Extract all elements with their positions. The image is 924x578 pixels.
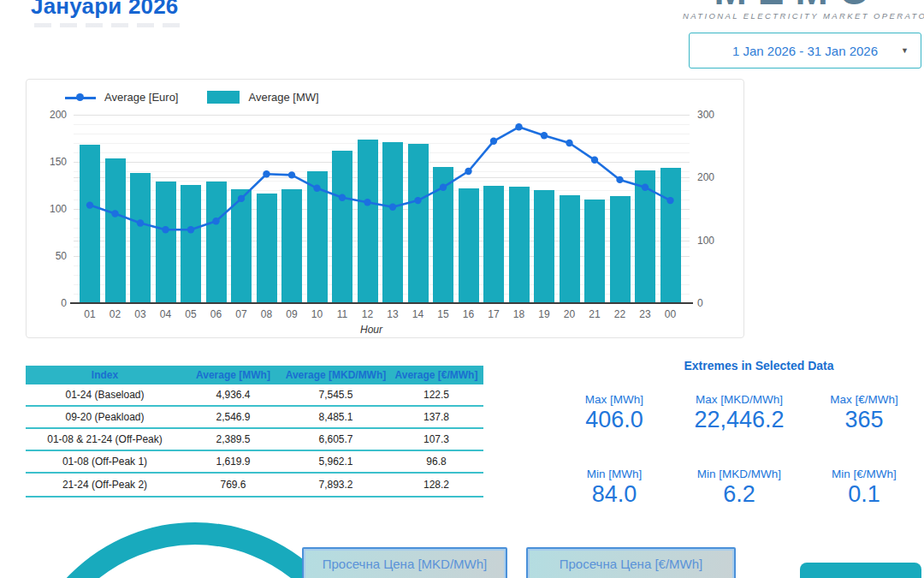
extremes-title: Extremes in Selected Data bbox=[571, 359, 924, 372]
line-point-hour-03 bbox=[137, 219, 144, 226]
table-cell: 2,389.5 bbox=[184, 433, 282, 445]
extreme-stat: Min [MWh]84.0 bbox=[552, 468, 677, 508]
table-row: 01-08 (Off-Peak 1)1,619.95,962.196.8 bbox=[26, 451, 483, 474]
table-header-cell: Average [MKD/MWh] bbox=[282, 369, 389, 381]
extreme-stat: Max [MKD/MWh]22,446.2 bbox=[677, 393, 802, 433]
extreme-value: 365 bbox=[802, 407, 924, 433]
table-cell: 6,605.7 bbox=[282, 433, 389, 445]
table-row: 01-24 (Baseload)4,936.47,545.5122.5 bbox=[26, 384, 483, 407]
extreme-label: Min [€/MWh] bbox=[802, 468, 924, 480]
line-point-hour-19 bbox=[541, 132, 548, 139]
bar-series-icon bbox=[207, 91, 240, 104]
y-axis-tick-right: 100 bbox=[697, 235, 732, 247]
x-axis-tick: 13 bbox=[381, 308, 405, 320]
x-axis-tick: 20 bbox=[558, 308, 582, 320]
x-axis-tick: 02 bbox=[104, 308, 127, 320]
line-series bbox=[74, 115, 690, 303]
line-point-hour-17 bbox=[490, 138, 497, 145]
line-point-hour-15 bbox=[440, 184, 447, 191]
table-header-cell: Index bbox=[26, 369, 184, 381]
logo-mark: MEMO bbox=[683, 0, 912, 9]
kpi-value: 7,545.44 bbox=[304, 574, 506, 578]
x-axis-tick: 07 bbox=[229, 308, 253, 320]
table-cell: 8,485.1 bbox=[282, 411, 389, 423]
table-cell: 2,546.9 bbox=[184, 411, 282, 423]
x-axis-tick: 03 bbox=[128, 308, 152, 320]
extreme-value: 6.2 bbox=[677, 481, 802, 508]
y-axis-tick-left: 0 bbox=[34, 297, 67, 309]
x-axis-tick: 14 bbox=[406, 308, 430, 320]
line-point-hour-00 bbox=[666, 197, 673, 204]
action-button[interactable] bbox=[800, 563, 921, 578]
line-point-hour-09 bbox=[288, 171, 295, 178]
x-axis-tick: 19 bbox=[532, 308, 556, 320]
line-point-hour-02 bbox=[111, 210, 118, 217]
kpi-label: Просечна Цена [€/MWh] bbox=[528, 557, 734, 571]
title-ghost-underline bbox=[34, 23, 180, 27]
page-title: Јануари 2026 bbox=[31, 0, 179, 20]
line-point-hour-01 bbox=[86, 201, 93, 208]
x-axis-tick: 22 bbox=[608, 308, 632, 320]
line-point-hour-18 bbox=[515, 123, 522, 130]
x-axis-tick: 12 bbox=[356, 308, 380, 320]
extreme-stat: Min [MKD/MWh]6.2 bbox=[677, 468, 802, 508]
y-axis-tick-left: 50 bbox=[34, 250, 67, 262]
table-header-row: IndexAverage [MWh]Average [MKD/MWh]Avera… bbox=[26, 366, 483, 384]
x-axis-tick: 01 bbox=[78, 308, 102, 320]
logo-text: MEMO bbox=[683, 0, 912, 9]
extreme-stat: Max [€/MWh]365 bbox=[802, 393, 924, 433]
x-axis-tick: 09 bbox=[280, 308, 304, 320]
logo-tagline: NATIONAL ELECTRICITY MARKET OPERATOR bbox=[683, 11, 912, 21]
table-cell: 107.3 bbox=[389, 433, 483, 445]
line-point-hour-16 bbox=[465, 168, 471, 175]
x-axis-tick: 10 bbox=[305, 308, 329, 320]
x-axis-tick: 17 bbox=[482, 308, 506, 320]
kpi-value: 122.55 bbox=[528, 574, 734, 578]
x-axis-tick: 11 bbox=[330, 308, 354, 320]
table-row: 09-20 (Peakload)2,546.98,485.1137.8 bbox=[26, 407, 483, 429]
chart-card: Average [Euro] Average [MW] 050100150200… bbox=[26, 79, 744, 338]
extreme-value: 22,446.2 bbox=[677, 407, 802, 433]
x-axis-tick: 15 bbox=[431, 308, 455, 320]
legend-label-euro[interactable]: Average [Euro] bbox=[104, 91, 178, 104]
line-point-hour-23 bbox=[642, 184, 649, 191]
table-cell: 7,545.5 bbox=[282, 389, 389, 401]
table-cell: 5,962.1 bbox=[282, 456, 389, 468]
x-axis-tick: 04 bbox=[154, 308, 178, 320]
y-axis-tick-left: 100 bbox=[34, 203, 67, 215]
line-point-hour-22 bbox=[616, 176, 623, 183]
table-cell: 21-24 (Off-Peak 2) bbox=[26, 479, 184, 491]
logo: MEMO NATIONAL ELECTRICITY MARKET OPERATO… bbox=[683, 0, 912, 21]
line-point-hour-04 bbox=[162, 226, 169, 233]
table-cell: 01-24 (Baseload) bbox=[26, 389, 184, 401]
y-axis-tick-right: 0 bbox=[697, 297, 732, 309]
y-axis-tick-right: 200 bbox=[697, 171, 732, 183]
kpi-average-price-mkd: Просечна Цена [MKD/MWh] 7,545.44 bbox=[302, 547, 507, 578]
extremes-max-row: Max [MWh]406.0Max [MKD/MWh]22,446.2Max [… bbox=[552, 393, 924, 433]
table-cell: 1,619.9 bbox=[184, 456, 282, 468]
x-axis-tick: 00 bbox=[659, 308, 683, 320]
table-cell: 96.8 bbox=[389, 456, 483, 468]
line-point-hour-14 bbox=[414, 197, 421, 204]
extreme-stat: Max [MWh]406.0 bbox=[552, 393, 677, 433]
table-header-cell: Average [MWh] bbox=[184, 369, 282, 381]
legend-label-mw[interactable]: Average [MW] bbox=[248, 91, 318, 104]
line-point-hour-11 bbox=[339, 194, 346, 201]
date-range-dropdown[interactable]: 1 Jan 2026 - 31 Jan 2026 ▼ bbox=[689, 33, 921, 69]
extreme-value: 0.1 bbox=[802, 481, 924, 508]
table-row: 01-08 & 21-24 (Off-Peak)2,389.56,605.710… bbox=[26, 429, 483, 451]
plot-area: 0501001502000100200300010203040506070809… bbox=[74, 115, 690, 303]
line-point-hour-13 bbox=[389, 204, 396, 211]
extreme-label: Max [MWh] bbox=[552, 393, 677, 406]
chart-legend: Average [Euro] Average [MW] bbox=[65, 91, 319, 104]
y-axis-tick-right: 300 bbox=[697, 109, 732, 121]
extreme-label: Max [€/MWh] bbox=[802, 393, 924, 406]
kpi-label: Просечна Цена [MKD/MWh] bbox=[304, 557, 506, 571]
table-cell: 122.5 bbox=[389, 389, 483, 401]
line-point-hour-06 bbox=[212, 217, 219, 224]
line-point-hour-10 bbox=[313, 185, 320, 192]
line-point-hour-20 bbox=[566, 140, 572, 146]
x-axis-title: Hour bbox=[360, 324, 382, 336]
x-axis-tick: 16 bbox=[457, 308, 481, 320]
kpi-average-price-eur: Просечна Цена [€/MWh] 122.55 bbox=[526, 547, 736, 578]
